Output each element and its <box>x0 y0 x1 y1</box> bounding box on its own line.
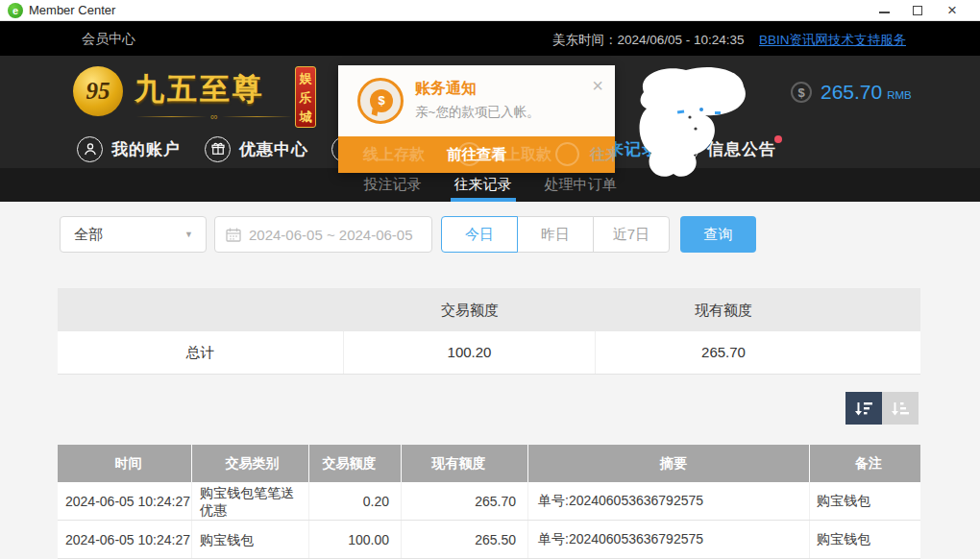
calendar-icon <box>226 228 241 242</box>
section-title: 会员中心 <box>82 31 135 48</box>
sort-controls <box>845 392 919 425</box>
summary-total-balance: 265.70 <box>596 331 920 374</box>
cell-balance: 265.50 <box>402 521 528 558</box>
balance-amount: 265.70 <box>821 81 882 104</box>
cell-time: 2024-06-05 10:24:27 <box>58 521 192 558</box>
logo-95-icon: 95 <box>73 66 123 116</box>
cell-amount: 0.20 <box>309 482 402 520</box>
notification-footer: 线上存款 线上取款 往来记 前往查看 <box>338 136 615 173</box>
go-view-button[interactable]: 前往查看 <box>338 136 615 173</box>
cell-remark: 购宝钱包 <box>810 482 920 520</box>
cell-type: 购宝钱包笔笔送优惠 <box>192 482 309 520</box>
records-table: 时间 交易类别 交易额度 现有额度 摘要 备注 2024-06-05 10:24… <box>58 445 920 559</box>
header-remark: 备注 <box>810 445 920 482</box>
summary-header-balance: 现有额度 <box>596 288 920 331</box>
cell-type: 购宝钱包 <box>192 521 309 558</box>
minimize-button[interactable] <box>869 0 899 21</box>
today-button[interactable]: 今日 <box>441 216 518 253</box>
dollar-circle-icon: $ <box>791 82 812 103</box>
money-message-icon: $ <box>357 78 404 124</box>
balance-display: $ 265.70 RMB <box>791 81 912 104</box>
records-tabstrip: 投注记录 往来记录 处理中订单 <box>0 168 980 202</box>
notification-message: 亲~您的款项已入帐。 <box>415 104 539 121</box>
cell-amount: 100.00 <box>309 521 402 558</box>
close-button[interactable]: × <box>937 0 968 21</box>
cell-summary: 单号:202406053636792575 <box>528 482 810 520</box>
header-summary: 摘要 <box>528 445 810 482</box>
header-time: 时间 <box>58 445 192 482</box>
nav-item-promotions[interactable]: 优惠中心 <box>205 130 308 168</box>
date-range-value: 2024-06-05 ~ 2024-06-05 <box>249 227 413 243</box>
query-button[interactable]: 查询 <box>680 216 756 253</box>
maximize-button[interactable] <box>902 0 933 21</box>
logo-flourish: ∞ <box>136 110 292 122</box>
notification-title: 账务通知 <box>415 79 477 99</box>
header-balance: 现有额度 <box>402 445 528 482</box>
gift-icon <box>205 136 231 162</box>
user-icon <box>77 136 103 162</box>
redaction-scribble <box>634 61 757 186</box>
nav-item-my-account[interactable]: 我的账户 <box>77 130 181 168</box>
window-title: Member Center <box>29 3 115 17</box>
table-row: 2024-06-05 10:24:27 购宝钱包 100.00 265.50 单… <box>58 521 920 559</box>
cell-time: 2024-06-05 10:24:27 <box>58 482 192 520</box>
table-row: 2024-06-05 10:24:27 购宝钱包笔笔送优惠 0.20 265.7… <box>58 482 920 521</box>
window-titlebar: e Member Center × <box>0 0 980 21</box>
tab-processing-orders[interactable]: 处理中订单 <box>545 168 617 202</box>
server-time: 美东时间：2024/06/05 - 10:24:35 <box>552 32 745 49</box>
top-bar: 会员中心 美东时间：2024/06/05 - 10:24:35 BBIN资讯网 … <box>0 21 980 56</box>
balance-currency: RMB <box>887 89 912 101</box>
last7days-button[interactable]: 近7日 <box>593 216 670 253</box>
notification-popup: $ 账务通知 亲~您的款项已入帐。 × 线上存款 线上取款 往来记 前往查看 <box>338 65 615 173</box>
browser-e-icon: e <box>8 3 23 18</box>
type-select-value: 全部 <box>74 226 103 242</box>
tab-transaction-records[interactable]: 往来记录 <box>454 168 512 202</box>
cell-summary: 单号:202406053636792575 <box>528 521 810 558</box>
records-header-row: 时间 交易类别 交易额度 现有额度 摘要 备注 <box>58 445 920 482</box>
sort-descending-icon <box>854 401 873 417</box>
tab-betting-records[interactable]: 投注记录 <box>364 168 422 202</box>
notification-close-icon[interactable]: × <box>592 75 603 97</box>
logo-subtitle-badge: 娱乐城 <box>295 66 316 128</box>
logo-name: 九五至尊 <box>135 69 265 109</box>
header-amount: 交易额度 <box>309 445 402 482</box>
type-select[interactable]: 全部 ▼ <box>60 216 207 253</box>
summary-header-transaction: 交易额度 <box>344 288 596 331</box>
notification-body: $ 账务通知 亲~您的款项已入帐。 × <box>338 65 615 136</box>
summary-table: 交易额度 现有额度 总计 100.20 265.70 <box>58 288 920 375</box>
main-content: 全部 ▼ 2024-06-05 ~ 2024-06-05 今日 昨日 近7日 查… <box>0 202 980 559</box>
yesterday-button[interactable]: 昨日 <box>517 216 594 253</box>
header-type: 交易类别 <box>192 445 309 482</box>
date-range-input[interactable]: 2024-06-05 ~ 2024-06-05 <box>214 216 432 253</box>
summary-header-empty <box>58 288 344 331</box>
tech-support-link[interactable]: 技术支持服务 <box>828 32 906 49</box>
sort-ascending-button[interactable] <box>882 392 919 425</box>
cell-remark: 购宝钱包 <box>810 521 920 558</box>
announcement-red-dot-badge <box>774 135 782 143</box>
summary-total-transaction: 100.20 <box>344 331 596 374</box>
sort-descending-button[interactable] <box>845 392 882 425</box>
summary-total-row: 总计 100.20 265.70 <box>58 331 920 375</box>
sort-ascending-icon <box>891 401 910 417</box>
chevron-down-icon: ▼ <box>184 217 193 252</box>
summary-header-row: 交易额度 现有额度 <box>58 288 920 331</box>
bbin-news-link[interactable]: BBIN资讯网 <box>759 32 828 49</box>
summary-total-label: 总计 <box>58 331 344 374</box>
cell-balance: 265.70 <box>402 482 528 520</box>
